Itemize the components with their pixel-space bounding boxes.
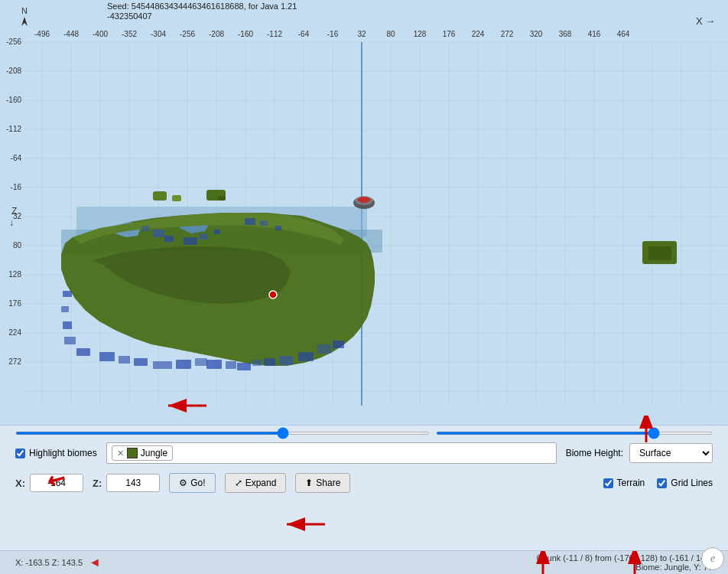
z-coord-group: Z: <box>93 474 160 492</box>
svg-text:N: N <box>21 6 28 15</box>
svg-rect-119 <box>64 337 76 344</box>
svg-rect-107 <box>206 360 222 369</box>
svg-rect-110 <box>252 360 262 366</box>
biome-input-area[interactable]: ✕ Jungle <box>106 442 557 464</box>
slider-right[interactable] <box>436 432 713 435</box>
svg-text:-160: -160 <box>238 30 253 38</box>
svg-rect-120 <box>76 348 90 356</box>
svg-rect-101 <box>99 352 115 361</box>
svg-text:Z: Z <box>11 206 17 217</box>
svg-rect-108 <box>226 361 236 369</box>
svg-text:272: 272 <box>8 357 21 366</box>
svg-rect-89 <box>218 196 226 201</box>
z-input[interactable] <box>106 474 160 492</box>
annotation-arrow-6 <box>639 416 654 448</box>
chunk-info: Chunk (-11 / 8) from (-176 / 128) to (-1… <box>537 553 713 572</box>
svg-rect-109 <box>237 363 251 370</box>
expand-button[interactable]: ⤢ Expand <box>225 473 287 493</box>
share-label: Share <box>316 478 340 488</box>
svg-text:176: 176 <box>8 299 21 308</box>
svg-rect-98 <box>245 218 255 225</box>
watermark: e <box>701 547 724 570</box>
biome-tag-color <box>127 448 138 458</box>
go-button[interactable]: ⚙ Go! <box>169 473 215 493</box>
terrain-grid-group: Terrain Grid Lines <box>603 478 713 488</box>
x-input[interactable] <box>30 474 83 492</box>
svg-rect-102 <box>119 356 130 364</box>
svg-text:128: 128 <box>414 30 427 38</box>
svg-rect-113 <box>298 352 314 361</box>
terrain-checkbox[interactable] <box>603 478 613 488</box>
svg-text:-304: -304 <box>151 30 166 38</box>
svg-text:80: 80 <box>13 241 22 249</box>
svg-text:-64: -64 <box>11 154 22 162</box>
svg-text:-352: -352 <box>122 30 137 38</box>
terrain-label[interactable]: Terrain <box>603 478 645 488</box>
biome-tag-jungle[interactable]: ✕ Jungle <box>112 445 173 461</box>
position-text: X: -163.5 Z: 143.5 <box>15 558 83 567</box>
position-arrow: ◄ <box>89 556 101 569</box>
svg-rect-114 <box>317 344 331 354</box>
terrain-text: Terrain <box>617 478 645 488</box>
grid-lines-checkbox[interactable] <box>657 478 667 488</box>
slider-left[interactable] <box>15 432 430 435</box>
svg-text:Seed: 545448634344463461618688: Seed: 545448634344463461618688, for Java… <box>107 2 297 11</box>
highlight-biomes-label[interactable]: Highlight biomes <box>15 448 97 458</box>
svg-rect-99 <box>260 220 268 226</box>
share-icon: ⬆ <box>305 478 313 488</box>
svg-text:368: 368 <box>559 30 572 38</box>
svg-text:-448: -448 <box>63 30 79 38</box>
svg-text:-432350407: -432350407 <box>107 11 152 21</box>
biome-height-label: Biome Height: <box>566 448 623 458</box>
svg-text:-256: -256 <box>180 30 195 38</box>
svg-rect-93 <box>164 236 174 242</box>
expand-label: Expand <box>245 478 277 488</box>
map-container[interactable]: -496 -448 -400 -352 -304 -256 -208 -160 … <box>0 0 728 425</box>
svg-text:-208: -208 <box>209 30 224 38</box>
x-coord-group: X: <box>15 474 83 492</box>
svg-rect-118 <box>63 321 72 329</box>
annotation-arrow-5 <box>627 551 642 574</box>
svg-rect-100 <box>275 226 281 230</box>
svg-text:-496: -496 <box>34 30 50 38</box>
svg-text:↓: ↓ <box>9 217 14 228</box>
svg-text:320: 320 <box>530 30 543 38</box>
expand-icon: ⤢ <box>235 478 242 488</box>
svg-text:416: 416 <box>588 30 601 38</box>
svg-rect-87 <box>172 195 181 201</box>
goto-row: X: Z: ⚙ Go! ⤢ Expand ⬆ Share Terrain <box>0 468 728 497</box>
svg-point-121 <box>269 291 277 298</box>
go-label: Go! <box>190 478 205 488</box>
svg-text:224: 224 <box>8 328 21 337</box>
svg-text:-208: -208 <box>6 67 21 75</box>
svg-text:224: 224 <box>472 30 485 38</box>
svg-rect-105 <box>176 360 191 369</box>
x-label: X: <box>15 478 25 489</box>
grid-lines-label[interactable]: Grid Lines <box>657 478 713 488</box>
svg-text:-64: -64 <box>298 30 310 38</box>
control-panel: Highlight biomes ✕ Jungle Biome Height: … <box>0 425 728 574</box>
svg-rect-111 <box>264 358 275 366</box>
svg-text:-160: -160 <box>6 96 21 104</box>
chunk-text: Chunk (-11 / 8) from (-176 / 128) to (-1… <box>537 553 713 563</box>
svg-rect-94 <box>141 226 149 231</box>
svg-text:-400: -400 <box>93 30 108 38</box>
svg-text:X →: X → <box>696 15 715 27</box>
z-label: Z: <box>93 478 102 489</box>
svg-rect-106 <box>195 358 207 366</box>
svg-rect-91 <box>648 246 671 260</box>
svg-text:128: 128 <box>8 270 21 279</box>
svg-text:-256: -256 <box>6 38 21 46</box>
biome-text: Biome: Jungle, Y: 77 <box>537 563 713 572</box>
biome-tag-remove[interactable]: ✕ <box>117 448 124 458</box>
svg-rect-96 <box>199 233 208 240</box>
svg-text:-16: -16 <box>327 30 339 38</box>
svg-rect-92 <box>153 230 164 237</box>
share-button[interactable]: ⬆ Share <box>295 473 350 493</box>
svg-rect-116 <box>63 291 72 297</box>
go-icon: ⚙ <box>179 478 187 488</box>
svg-text:32: 32 <box>357 30 366 38</box>
highlight-biomes-text: Highlight biomes <box>29 448 97 458</box>
highlight-biomes-checkbox[interactable] <box>15 448 25 458</box>
svg-text:464: 464 <box>617 30 630 38</box>
